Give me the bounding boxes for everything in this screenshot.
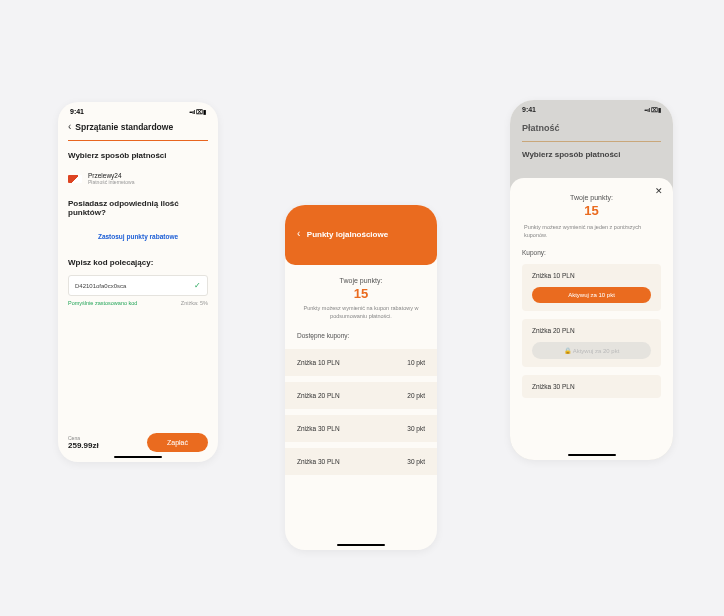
coupon-card: Zniżka 10 PLN Aktywuj za 10 pkt <box>522 264 661 311</box>
page-title: Punkty lojalnościowe <box>307 230 388 239</box>
coupon-name: Zniżka 10 PLN <box>532 272 651 279</box>
coupon-points: 30 pkt <box>407 458 425 465</box>
screen-payment-with-sheet: 9:41 ••ıl ⌧ ▮ Płatność Wybierz sposób pł… <box>510 100 673 460</box>
payment-name: Przelewy24 <box>88 172 134 179</box>
points-value: 15 <box>297 286 425 301</box>
back-icon[interactable]: ‹ <box>297 228 300 239</box>
coupon-name: Zniżka 20 PLN <box>532 327 651 334</box>
coupons-heading: Dostępne kupony: <box>285 328 437 343</box>
price-value: 259.99zł <box>68 441 99 450</box>
coupon-row[interactable]: Zniżka 30 PLN 30 pkt <box>285 448 437 475</box>
hero-header: ‹ Punkty lojalnościowe <box>285 205 437 265</box>
status-time: 9:41 <box>70 108 84 115</box>
payment-desc: Płatność internetowa <box>88 179 134 185</box>
coupon-points: 30 pkt <box>407 425 425 432</box>
points-label: Twoje punkty: <box>522 194 661 201</box>
referral-code-value: D42101ofa0cx0sca <box>75 283 126 289</box>
coupon-points: 20 pkt <box>407 392 425 399</box>
points-label: Twoje punkty: <box>297 277 425 284</box>
code-success-text: Pomyślnie zastosowano kod <box>68 300 137 306</box>
coupon-points: 10 pkt <box>407 359 425 366</box>
payment-method-heading: Wybierz sposób płatności <box>510 150 673 159</box>
coupon-name: Zniżka 30 PLN <box>297 425 340 432</box>
status-time: 9:41 <box>522 106 536 113</box>
apply-points-link[interactable]: Zastosuj punkty rabatowe <box>68 225 208 248</box>
coupon-card: Zniżka 20 PLN 🔒Aktywuj za 20 pkt <box>522 319 661 367</box>
coupon-name: Zniżka 30 PLN <box>532 383 651 390</box>
back-icon[interactable]: ‹ <box>68 121 71 132</box>
home-indicator <box>337 544 385 546</box>
header: ‹ Sprzątanie standardowe <box>58 117 218 140</box>
referral-code-heading: Wpisz kod polecający: <box>68 258 208 267</box>
home-indicator <box>114 456 162 458</box>
status-icons: ••ıl ⌧ ▮ <box>644 106 661 113</box>
screen-payment-summary: 9:41 ••ıl ⌧ ▮ ‹ Sprzątanie standardowe W… <box>58 102 218 462</box>
status-bar: 9:41 ••ıl ⌧ ▮ <box>510 100 673 115</box>
status-bar: 9:41 ••ıl ⌧ ▮ <box>58 102 218 117</box>
divider <box>522 141 661 142</box>
coupon-card: Zniżka 30 PLN <box>522 375 661 398</box>
points-desc: Punkty możesz wymienić na kupon rabatowy… <box>297 305 425 320</box>
points-question-heading: Posiadasz odpowiednią ilość punktów? <box>68 199 208 217</box>
coupon-name: Zniżka 10 PLN <box>297 359 340 366</box>
sheet-desc: Punkty możesz wymienić na jeden z poniżs… <box>522 224 661 239</box>
activate-coupon-button-disabled: 🔒Aktywuj za 20 pkt <box>532 342 651 359</box>
payment-method-heading: Wybierz sposób płatności <box>68 151 208 160</box>
page-title: Płatność <box>510 115 673 141</box>
coupon-name: Zniżka 30 PLN <box>297 458 340 465</box>
pay-button[interactable]: Zapłać <box>147 433 208 452</box>
coupon-row[interactable]: Zniżka 30 PLN 30 pkt <box>285 415 437 442</box>
activate-coupon-button[interactable]: Aktywuj za 10 pkt <box>532 287 651 303</box>
close-icon[interactable]: ✕ <box>655 186 663 196</box>
page-title: Sprzątanie standardowe <box>75 122 173 132</box>
discount-text: Zniżka: 5% <box>181 300 208 306</box>
referral-code-input[interactable]: D42101ofa0cx0sca ✓ <box>68 275 208 296</box>
points-value: 15 <box>522 203 661 218</box>
payment-option-przelewy24[interactable]: Przelewy24 Płatność internetowa <box>68 168 208 189</box>
coupon-row[interactable]: Zniżka 10 PLN 10 pkt <box>285 349 437 376</box>
status-icons: ••ıl ⌧ ▮ <box>189 108 206 115</box>
przelewy24-logo-icon <box>68 175 82 183</box>
coupon-bottom-sheet: ✕ Twoje punkty: 15 Punkty możesz wymieni… <box>510 178 673 460</box>
home-indicator <box>568 454 616 456</box>
coupon-row[interactable]: Zniżka 20 PLN 20 pkt <box>285 382 437 409</box>
lock-icon: 🔒 <box>564 348 571 354</box>
coupons-heading: Kupony: <box>522 249 661 256</box>
check-circle-icon: ✓ <box>194 281 201 290</box>
screen-loyalty-points: ‹ Punkty lojalnościowe Twoje punkty: 15 … <box>285 205 437 550</box>
coupon-name: Zniżka 20 PLN <box>297 392 340 399</box>
